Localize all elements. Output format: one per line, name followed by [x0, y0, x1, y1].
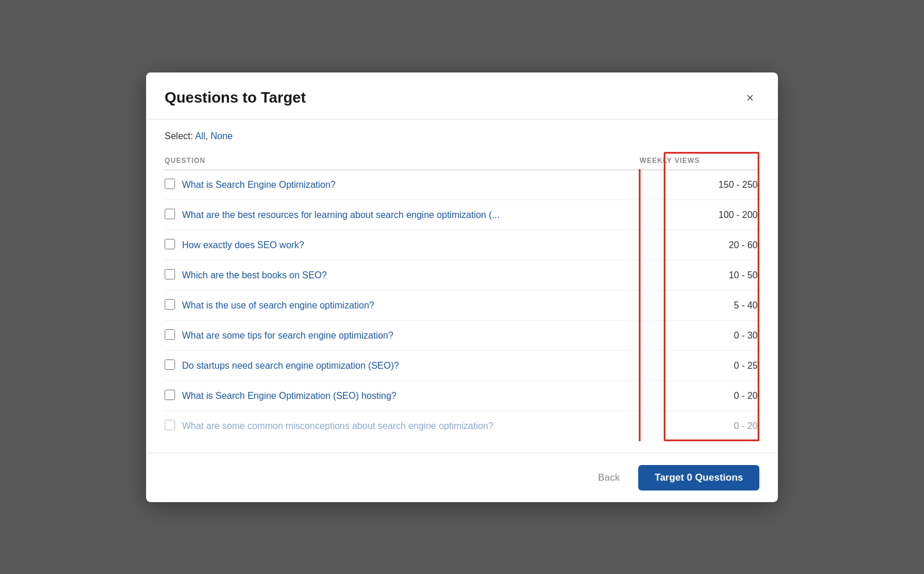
- question-cell-9: What are some common misconceptions abou…: [165, 411, 640, 441]
- table-row: Which are the best books on SEO?10 - 50: [165, 260, 759, 290]
- question-cell-7: Do startups need search engine optimizat…: [165, 351, 640, 381]
- weekly-views-cell-9: 0 - 20: [640, 411, 759, 441]
- questions-table-container[interactable]: QUESTION WEEKLY VIEWS What is Search Eng…: [165, 152, 759, 441]
- weekly-views-cell-6: 0 - 30: [640, 321, 759, 351]
- modal-footer: Back Target 0 Questions: [146, 453, 778, 502]
- target-questions-button[interactable]: Target 0 Questions: [638, 465, 759, 491]
- question-checkbox-5[interactable]: [165, 299, 175, 312]
- close-button[interactable]: ×: [741, 89, 759, 107]
- table-row: What are the best resources for learning…: [165, 200, 759, 230]
- table-row: What is Search Engine Optimization?150 -…: [165, 170, 759, 200]
- weekly-views-cell-1: 150 - 250: [640, 170, 759, 200]
- select-label: Select:: [165, 131, 193, 141]
- questions-to-target-modal: Questions to Target × Select: All, None: [146, 72, 778, 502]
- question-checkbox-8[interactable]: [165, 390, 175, 402]
- question-text-3[interactable]: How exactly does SEO work?: [182, 240, 304, 250]
- weekly-views-cell-3: 20 - 60: [640, 230, 759, 260]
- select-all-link[interactable]: All: [195, 131, 205, 141]
- question-checkbox-1[interactable]: [165, 179, 175, 191]
- questions-table: QUESTION WEEKLY VIEWS What is Search Eng…: [165, 152, 759, 441]
- modal-body: Select: All, None QUESTION: [146, 119, 778, 453]
- question-cell-5: What is the use of search engine optimiz…: [165, 290, 640, 321]
- question-text-1[interactable]: What is Search Engine Optimization?: [182, 180, 336, 190]
- question-cell-6: What are some tips for search engine opt…: [165, 321, 640, 351]
- table-row: Do startups need search engine optimizat…: [165, 351, 759, 381]
- weekly-views-cell-7: 0 - 25: [640, 351, 759, 381]
- table-header: QUESTION WEEKLY VIEWS: [165, 152, 759, 170]
- select-none-link[interactable]: None: [210, 131, 232, 141]
- question-text-7[interactable]: Do startups need search engine optimizat…: [182, 361, 399, 371]
- question-text-2[interactable]: What are the best resources for learning…: [182, 210, 500, 220]
- table-wrapper: QUESTION WEEKLY VIEWS What is Search Eng…: [165, 152, 759, 441]
- modal-title: Questions to Target: [165, 89, 306, 107]
- table-row: What are some tips for search engine opt…: [165, 321, 759, 351]
- question-checkbox-2[interactable]: [165, 209, 175, 221]
- weekly-views-cell-2: 100 - 200: [640, 200, 759, 230]
- question-cell-4: Which are the best books on SEO?: [165, 260, 640, 290]
- table-row: What is the use of search engine optimiz…: [165, 290, 759, 321]
- table-row: How exactly does SEO work?20 - 60: [165, 230, 759, 260]
- question-text-8[interactable]: What is Search Engine Optimization (SEO)…: [182, 391, 396, 401]
- question-text-5[interactable]: What is the use of search engine optimiz…: [182, 300, 374, 311]
- question-text-6[interactable]: What are some tips for search engine opt…: [182, 330, 394, 341]
- modal-overlay: Questions to Target × Select: All, None: [0, 0, 924, 574]
- weekly-views-column-header: WEEKLY VIEWS: [640, 152, 759, 170]
- question-cell-2: What are the best resources for learning…: [165, 200, 640, 230]
- question-checkbox-7[interactable]: [165, 359, 175, 372]
- weekly-views-cell-5: 5 - 40: [640, 290, 759, 321]
- question-text-4[interactable]: Which are the best books on SEO?: [182, 270, 327, 281]
- question-checkbox-6[interactable]: [165, 329, 175, 342]
- table-row: What is Search Engine Optimization (SEO)…: [165, 381, 759, 411]
- question-checkbox-9[interactable]: [165, 420, 175, 433]
- weekly-views-cell-4: 10 - 50: [640, 260, 759, 290]
- question-text-9[interactable]: What are some common misconceptions abou…: [182, 421, 493, 431]
- select-row: Select: All, None: [165, 131, 759, 141]
- questions-table-body: What is Search Engine Optimization?150 -…: [165, 170, 759, 441]
- question-checkbox-3[interactable]: [165, 239, 175, 252]
- question-checkbox-4[interactable]: [165, 269, 175, 282]
- question-cell-8: What is Search Engine Optimization (SEO)…: [165, 381, 640, 411]
- back-button[interactable]: Back: [588, 466, 629, 489]
- question-cell-1: What is Search Engine Optimization?: [165, 170, 640, 200]
- table-row: What are some common misconceptions abou…: [165, 411, 759, 441]
- question-cell-3: How exactly does SEO work?: [165, 230, 640, 260]
- question-column-header: QUESTION: [165, 152, 640, 170]
- modal-header: Questions to Target ×: [146, 72, 778, 119]
- weekly-views-cell-8: 0 - 20: [640, 381, 759, 411]
